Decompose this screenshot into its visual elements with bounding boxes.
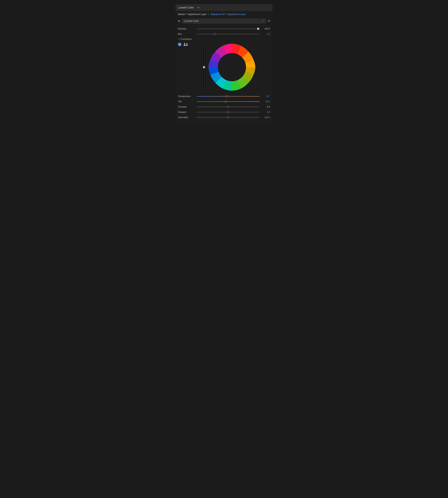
slider-label-denoise: Denoise: [178, 27, 195, 30]
slider-track-temperature[interactable]: [197, 95, 259, 98]
slider-label-blur: Blur: [178, 33, 195, 35]
fx-label: fx: [178, 19, 180, 22]
correction-dot-icon[interactable]: [178, 43, 181, 46]
correction-section-header[interactable]: ∨ Correction: [178, 38, 270, 40]
slider-value-blur: 3.1: [261, 33, 270, 35]
slider-track-blur[interactable]: [197, 32, 259, 36]
slider-label-temperature: Temperature: [178, 95, 195, 98]
breadcrumb-chevron-icon[interactable]: ∨: [208, 13, 209, 16]
bottom-sliders: Temperature -6.7 Tint -10.2: [178, 95, 270, 119]
slider-value-contrast: 0.0: [261, 105, 270, 108]
vertical-brightness-slider[interactable]: [203, 45, 206, 90]
slider-track-saturation[interactable]: [197, 116, 259, 119]
panel-header: Lumetri Color ≡: [175, 4, 273, 11]
slider-track-denoise[interactable]: [197, 27, 259, 31]
effect-name: Lumetri Color: [184, 19, 199, 22]
lumetri-color-panel: Lumetri Color ≡ Master * Adjustment Laye…: [175, 4, 273, 123]
slider-row-contrast: Contrast 0.0: [178, 105, 270, 109]
breadcrumb-row: Master * Adjustment Layer ∨ Sequence 04 …: [175, 11, 273, 17]
breadcrumb-master[interactable]: Master * Adjustment Layer: [178, 13, 207, 16]
fx-row: fx Lumetri Color ▾ ↺: [175, 17, 273, 25]
slider-label-sharpen: Sharpen: [178, 111, 195, 113]
slider-track-sharpen[interactable]: [197, 110, 259, 114]
slider-label-contrast: Contrast: [178, 105, 195, 108]
slider-row-sharpen: Sharpen 0.0: [178, 110, 270, 114]
effect-dropdown[interactable]: Lumetri Color ▾: [182, 19, 266, 23]
color-wheel-section: [178, 43, 270, 92]
slider-track-contrast[interactable]: [197, 105, 259, 109]
panel-title: Lumetri Color: [178, 6, 194, 9]
wheel-with-slider: [190, 43, 270, 92]
slider-value-tint: -10.2: [261, 100, 270, 103]
menu-icon[interactable]: ≡: [197, 6, 199, 9]
slider-value-saturation: 100.0: [261, 116, 270, 119]
slider-track-tint[interactable]: [197, 100, 259, 103]
correction-section-title: Correction: [180, 38, 192, 40]
section-chevron-icon: ∨: [178, 38, 179, 40]
people-icon[interactable]: [184, 43, 188, 46]
content-area: Denoise 100.0 Blur 3.1: [175, 25, 273, 123]
slider-row-temperature: Temperature -6.7: [178, 95, 270, 98]
slider-value-denoise: 100.0: [261, 27, 270, 30]
color-wheel-container[interactable]: [208, 43, 256, 92]
slider-row-saturation: Saturation 100.0: [178, 116, 270, 119]
svg-point-1: [218, 53, 246, 81]
breadcrumb-sequence[interactable]: Sequence 04 * Adjustment Layer: [210, 13, 246, 16]
top-sliders: Denoise 100.0 Blur 3.1: [178, 27, 270, 36]
correction-icons: [178, 43, 188, 46]
reset-icon[interactable]: ↺: [268, 19, 270, 23]
slider-label-tint: Tint: [178, 100, 195, 103]
slider-label-saturation: Saturation: [178, 116, 195, 119]
slider-value-sharpen: 0.0: [261, 111, 270, 113]
color-wheel-svg: [208, 43, 256, 92]
slider-value-temperature: -6.7: [261, 95, 270, 98]
slider-row-denoise: Denoise 100.0: [178, 27, 270, 31]
dropdown-chevron-icon: ▾: [263, 20, 264, 22]
slider-row-blur: Blur 3.1: [178, 32, 270, 36]
slider-row-tint: Tint -10.2: [178, 100, 270, 103]
